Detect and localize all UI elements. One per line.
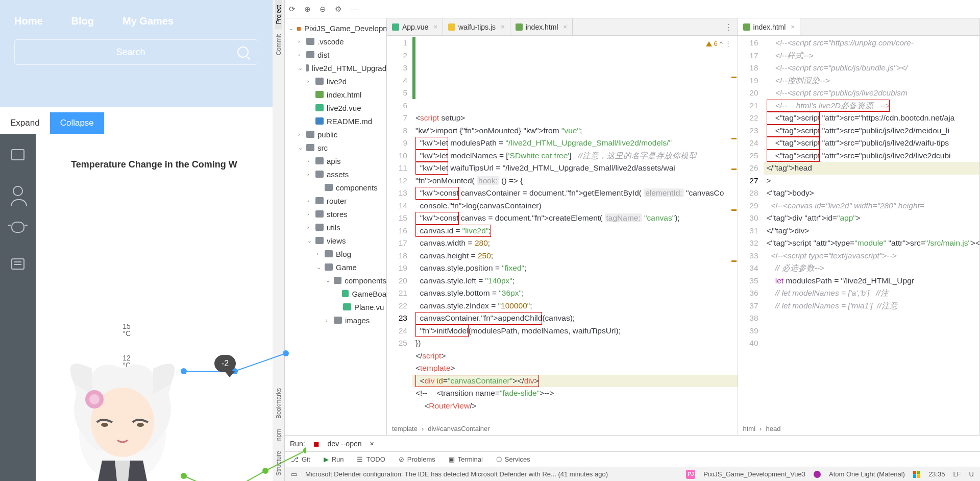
- tab-index-html-r[interactable]: index.html×: [738, 18, 800, 35]
- chart-title: Temperature Change in the Coming W: [36, 159, 273, 170]
- tree-item[interactable]: README.md: [285, 114, 386, 128]
- tree-root[interactable]: ⌄■PixiJS_Game_Developm: [285, 21, 386, 35]
- blog-sidebar: [0, 134, 36, 481]
- svg-point-13: [89, 394, 100, 404]
- tree-item[interactable]: live2d.vue: [285, 101, 386, 114]
- ide-toolbar: ⟳ ⊕ ⊖ ⚙ —: [285, 0, 980, 18]
- tree-item[interactable]: ›assets: [285, 167, 386, 181]
- svg-point-10: [101, 423, 108, 427]
- svg-point-11: [137, 423, 144, 427]
- code-editor-left[interactable]: 1234567891011121314151617181920212223242…: [387, 36, 738, 422]
- tree-item[interactable]: ⌄live2d_HTML_Upgrad: [285, 61, 386, 75]
- svg-point-6: [303, 447, 306, 453]
- windows-icon: [913, 471, 920, 478]
- tree-item[interactable]: ›public: [285, 128, 386, 141]
- warnings-badge[interactable]: 6^ ⋮: [706, 38, 731, 51]
- tree-item[interactable]: ›Blog: [285, 247, 386, 260]
- svg-point-2: [283, 350, 289, 356]
- breadcrumb-right[interactable]: html›head: [738, 422, 979, 435]
- expand-icon[interactable]: ⊕: [304, 5, 313, 14]
- theme-icon: [814, 471, 821, 478]
- monitor-icon[interactable]: [11, 149, 24, 160]
- file-encoding[interactable]: U: [969, 470, 974, 478]
- clock: 23:35: [928, 470, 945, 478]
- hide-icon[interactable]: —: [350, 5, 359, 14]
- project-name[interactable]: PixiJS_Game_Development_Vue3: [703, 470, 805, 478]
- bug-icon[interactable]: [11, 222, 24, 233]
- search-icon: [237, 46, 249, 58]
- close-icon[interactable]: ×: [370, 440, 374, 448]
- theme-name[interactable]: Atom One Light (Material): [829, 470, 905, 478]
- collapse-button[interactable]: Collapse: [50, 112, 104, 134]
- svg-point-5: [262, 468, 268, 474]
- close-icon[interactable]: ×: [564, 23, 568, 31]
- tree-item[interactable]: ›utils: [285, 221, 386, 234]
- tab-bar-right: index.html×: [738, 18, 979, 36]
- close-icon[interactable]: ×: [501, 23, 505, 31]
- blog-app-window: Home Blog My Games Expand Collapse Tempe…: [0, 0, 273, 481]
- status-bar: ▭ Microsoft Defender configuration: The …: [285, 467, 980, 481]
- tree-item[interactable]: ⌄Game: [285, 260, 386, 274]
- blog-nav: Home Blog My Games: [14, 15, 258, 27]
- problems-tool[interactable]: ⊘ Problems: [399, 455, 435, 463]
- nav-home[interactable]: Home: [14, 15, 43, 27]
- code-editor-right[interactable]: 1617181920212223242526272829303132333435…: [738, 36, 979, 422]
- tree-item[interactable]: GameBoa: [285, 287, 386, 300]
- run-tool[interactable]: ▶Run: [324, 455, 344, 463]
- tree-item[interactable]: ›apis: [285, 154, 386, 167]
- tab-app-vue[interactable]: App.vue×: [387, 18, 443, 35]
- nav-games[interactable]: My Games: [122, 15, 174, 27]
- tab-bar-left: App.vue× waifu-tips.js× index.html× ⋮: [387, 18, 738, 36]
- rail-bookmarks[interactable]: Bookmarks: [275, 383, 282, 424]
- user-icon[interactable]: [13, 186, 23, 196]
- tree-item[interactable]: ›stores: [285, 207, 386, 221]
- rail-npm[interactable]: npm: [275, 424, 282, 446]
- tree-item[interactable]: ⌄components: [285, 274, 386, 287]
- live2d-avatar: [46, 333, 199, 481]
- project-badge: PJ: [686, 470, 695, 479]
- tab-waifu-tips[interactable]: waifu-tips.js×: [443, 18, 510, 35]
- tree-item[interactable]: ›router: [285, 194, 386, 207]
- todo-tool[interactable]: ☰ TODO: [357, 455, 385, 463]
- nav-blog[interactable]: Blog: [71, 15, 94, 27]
- chart-tooltip: -2: [214, 355, 236, 372]
- breadcrumb-left[interactable]: template›div#canvasContainer: [387, 422, 738, 435]
- tree-item[interactable]: index.html: [285, 88, 386, 101]
- settings-icon[interactable]: ⚙: [335, 5, 344, 14]
- rail-structure[interactable]: Structure: [275, 446, 282, 481]
- editor-right: index.html× 1617181920212223242526272829…: [738, 18, 980, 435]
- expand-collapse-row: Expand Collapse: [0, 112, 273, 134]
- tree-item[interactable]: Plane.vu: [285, 300, 386, 314]
- close-icon[interactable]: ×: [433, 23, 437, 31]
- run-config[interactable]: dev --open: [328, 440, 362, 448]
- expand-button[interactable]: Expand: [0, 112, 50, 134]
- book-icon[interactable]: [11, 258, 24, 270]
- tree-item[interactable]: ›dist: [285, 48, 386, 61]
- tree-item[interactable]: ›live2d: [285, 75, 386, 88]
- tab-index-html[interactable]: index.html×: [510, 18, 573, 35]
- collapse-icon[interactable]: ⊖: [320, 5, 329, 14]
- tab-overflow-icon[interactable]: ⋮: [720, 22, 738, 32]
- run-toolwindow-header[interactable]: Run: ◼ dev --open ×: [285, 435, 980, 451]
- status-message[interactable]: Microsoft Defender configuration: The ID…: [305, 470, 608, 478]
- tree-item[interactable]: ⌄src: [285, 141, 386, 154]
- services-tool[interactable]: ⬡ Services: [496, 455, 530, 463]
- rail-commit[interactable]: Commit: [275, 29, 282, 60]
- search-input[interactable]: [24, 47, 237, 58]
- ide-window: Project Commit Bookmarks npm Structure ⟳…: [273, 0, 980, 481]
- rail-project[interactable]: Project: [275, 0, 282, 29]
- tree-item[interactable]: ›.vscode: [285, 35, 386, 48]
- tree-item[interactable]: components: [285, 181, 386, 194]
- bottom-toolbar: ⎇ Git ▶Run ☰ TODO ⊘ Problems ▣ Terminal …: [285, 451, 980, 467]
- sync-icon[interactable]: ⟳: [289, 5, 298, 14]
- blog-header: Home Blog My Games: [0, 0, 273, 107]
- terminal-tool[interactable]: ▣ Terminal: [449, 455, 483, 463]
- line-ending[interactable]: LF: [953, 470, 961, 478]
- editor-left: App.vue× waifu-tips.js× index.html× ⋮ 12…: [387, 18, 738, 435]
- tree-item[interactable]: ⌄views: [285, 234, 386, 247]
- close-icon[interactable]: ×: [791, 23, 795, 31]
- search-field[interactable]: [14, 39, 258, 65]
